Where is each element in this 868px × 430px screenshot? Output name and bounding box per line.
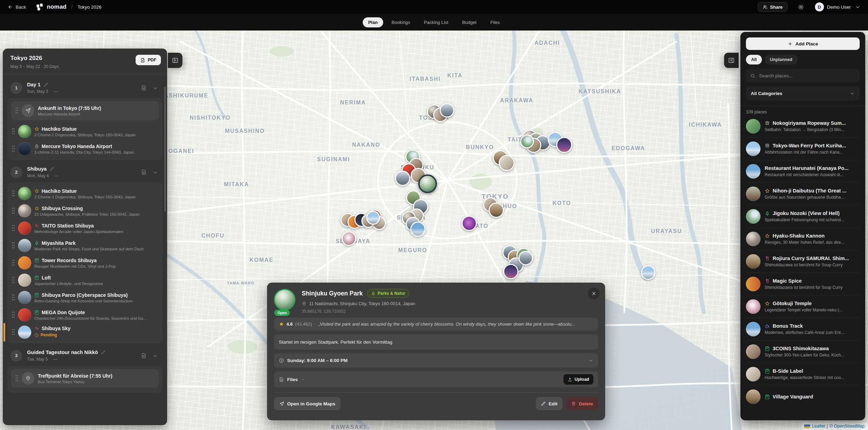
itinerary-place-row[interactable]: Shibuya SkyPending xyxy=(10,324,160,341)
drag-handle[interactable] xyxy=(15,107,18,114)
collapse-left-panel-button[interactable] xyxy=(168,53,182,68)
itinerary-place-row[interactable]: Hachiko Statue2 Chome-1 Dogenzaka, Shibu… xyxy=(10,185,160,202)
review-summary[interactable]: 4.6 (43.462) · „Visited the park and was… xyxy=(274,318,598,330)
drag-handle[interactable] xyxy=(12,207,15,215)
tab-plan[interactable]: Plan xyxy=(363,17,383,27)
leaflet-link[interactable]: Leaflet xyxy=(812,424,825,429)
map-marker[interactable] xyxy=(395,171,410,186)
map-marker[interactable] xyxy=(520,135,534,148)
places-list-item[interactable]: Gōtokuji TempleLegendärer Tempel voller … xyxy=(746,295,860,318)
drag-handle[interactable] xyxy=(12,242,15,249)
map-marker[interactable] xyxy=(342,231,356,246)
theme-toggle-button[interactable] xyxy=(796,4,806,10)
itinerary-note-card[interactable]: Ankunft in Tokyo (7:55 Uhr)Mercure Haned… xyxy=(11,101,159,120)
itinerary-scrollbar[interactable] xyxy=(164,87,166,212)
drag-handle[interactable] xyxy=(12,311,15,319)
search-input[interactable] xyxy=(758,73,856,79)
map-marker[interactable] xyxy=(641,265,655,280)
itinerary-place-row[interactable]: MEGA Don QuijoteChaotischer 24h-Discount… xyxy=(10,306,160,324)
itinerary-place-row[interactable]: TAITO Station ShibuyaMehrstöckige Arcade… xyxy=(10,220,160,237)
drag-handle[interactable] xyxy=(12,190,15,197)
day-header[interactable]: 1Day 1Sun, May 3— xyxy=(8,78,162,98)
places-list-item[interactable]: Tokyo-Wan Ferry Port Kuriha...Abfahrtsst… xyxy=(746,138,860,160)
drag-handle[interactable] xyxy=(12,224,15,232)
close-popup-button[interactable] xyxy=(588,287,600,299)
drag-handle[interactable] xyxy=(15,375,18,382)
map-marker[interactable] xyxy=(489,203,504,218)
drag-handle[interactable] xyxy=(12,145,15,153)
drag-handle[interactable] xyxy=(12,294,15,301)
map-marker[interactable] xyxy=(503,264,518,279)
filter-all[interactable]: All xyxy=(746,55,762,64)
map-marker[interactable] xyxy=(462,216,477,231)
day-notes-icon[interactable] xyxy=(141,85,147,91)
day-collapse-icon[interactable] xyxy=(153,85,158,91)
itinerary-place-row[interactable]: LoftJapanischer Lifestyle- und Designsto… xyxy=(10,272,160,289)
places-list-item[interactable]: Nokogiriyama Ropeway Sum...Seilbahn: Tal… xyxy=(746,115,860,138)
map-marker[interactable] xyxy=(499,155,515,171)
add-place-button[interactable]: Add Place xyxy=(746,37,860,50)
open-google-maps-button[interactable]: Open in Google Maps xyxy=(274,397,341,410)
drag-handle[interactable] xyxy=(12,128,15,135)
places-list-item[interactable]: 3COINS ShimokitazawaStylischer 300-Yen-L… xyxy=(746,341,860,363)
places-list-item[interactable]: Bonus TrackModernes, dörfliches Café-Are… xyxy=(746,318,860,341)
page-scrollbar[interactable] xyxy=(866,80,868,195)
places-list-item[interactable]: B-Side LabelHochwertige, wasserfeste Sti… xyxy=(746,363,860,386)
places-list-item[interactable]: Nihon-ji Daibutsu (The Great ...Größte a… xyxy=(746,183,860,205)
itinerary-place-row[interactable]: Tower Records ShibuyaRiesiger Musikladen… xyxy=(10,254,160,272)
place-thumbnail xyxy=(746,254,760,269)
day-date-dash: — xyxy=(53,357,58,362)
day-notes-icon[interactable] xyxy=(141,169,147,175)
map-marker[interactable] xyxy=(410,222,426,237)
back-button[interactable]: Back xyxy=(6,4,28,10)
itinerary-place-row[interactable]: Mercure Tokyo Haneda Airport1-chōme-2-11… xyxy=(10,140,160,157)
opening-hours-row[interactable]: Sunday: 9:00 AM – 6:00 PM xyxy=(274,353,598,368)
places-list-item[interactable]: Village Vanguard xyxy=(746,386,860,408)
day-collapse-icon[interactable] xyxy=(153,353,158,359)
collapse-right-panel-button[interactable] xyxy=(724,53,739,68)
place-title: Village Vanguard xyxy=(773,394,813,399)
places-list-item[interactable]: Jigoku Nozoki (View of Hell)Spektakuläre… xyxy=(746,205,860,228)
places-list-item[interactable]: Hyaku-Shaku KannonRiesiges, 30 Meter hoh… xyxy=(746,228,860,250)
map-marker-selected[interactable] xyxy=(418,174,437,193)
drag-handle[interactable] xyxy=(12,276,15,284)
files-row[interactable]: Files Upload xyxy=(274,371,598,387)
itinerary-scroll-area[interactable]: 1Day 1Sun, May 3—Ankunft in Tokyo (7:55 … xyxy=(3,74,167,425)
user-menu-button[interactable] xyxy=(853,4,862,10)
tab-files[interactable]: Files xyxy=(485,17,505,27)
drag-handle[interactable] xyxy=(12,259,15,267)
itinerary-note-card[interactable]: Treffpunkt für Abreise (7:55 Uhr)Bus Ter… xyxy=(11,369,159,388)
places-list-item[interactable]: Restaurant Harunatei (Kanaya Po...Restau… xyxy=(746,160,860,183)
itinerary-place-row[interactable]: Shibuya Parco (Cyberspace Shibuya)Retro-… xyxy=(10,289,160,306)
avatar[interactable]: D xyxy=(815,2,824,11)
delete-button[interactable]: Delete xyxy=(566,397,598,410)
map-marker[interactable] xyxy=(440,103,454,118)
places-list-item[interactable]: Rojiura Curry SAMURAI. Shim...Shimokitaz… xyxy=(746,250,860,273)
category-filter-select[interactable]: All Categories xyxy=(746,86,860,100)
place-note[interactable]: Startet im riesigen Stadtpark. Perfekt f… xyxy=(274,334,598,350)
openstreetmap-link[interactable]: © OpenStreetMap xyxy=(830,424,865,429)
day-notes-icon[interactable] xyxy=(141,353,147,359)
itinerary-place-row[interactable]: Miyashita ParkModerner Park mit Shops, F… xyxy=(10,237,160,254)
share-button[interactable]: Share xyxy=(758,2,788,12)
place-subtitle: Riesiges, 30 Meter hohes Relief, das dir… xyxy=(765,240,860,245)
filter-unplanned[interactable]: Unplanned xyxy=(765,55,798,64)
itinerary-place-row[interactable]: Hachiko Statue2 Chome-1 Dogenzaka, Shibu… xyxy=(10,123,160,140)
brand-logo[interactable]: nomad xyxy=(36,3,67,11)
itinerary-place-row[interactable]: Shibuya Crossing21 Udagawacho, Shibuya, … xyxy=(10,202,160,220)
day-header[interactable]: 3Guided Tagestour nach NikkōTue, May 5— xyxy=(8,345,162,366)
day-header[interactable]: 2ShibuyaMon, May 4— xyxy=(8,162,162,182)
day-collapse-icon[interactable] xyxy=(153,170,158,175)
map-marker[interactable] xyxy=(518,251,533,265)
upload-button[interactable]: Upload xyxy=(564,374,593,385)
tab-bookings[interactable]: Bookings xyxy=(386,17,415,27)
tab-packing-list[interactable]: Packing List xyxy=(419,17,454,27)
map-marker[interactable] xyxy=(556,137,572,153)
place-thumbnail xyxy=(18,204,31,217)
drag-handle[interactable] xyxy=(12,328,15,336)
pdf-export-button[interactable]: PDF xyxy=(136,55,161,65)
places-list-item[interactable]: Magic SpiceShimokitazawa ist berühmt für… xyxy=(746,273,860,295)
edit-button[interactable]: Edit xyxy=(536,397,563,410)
map-marker[interactable] xyxy=(366,211,380,225)
tab-budget[interactable]: Budget xyxy=(457,17,482,27)
